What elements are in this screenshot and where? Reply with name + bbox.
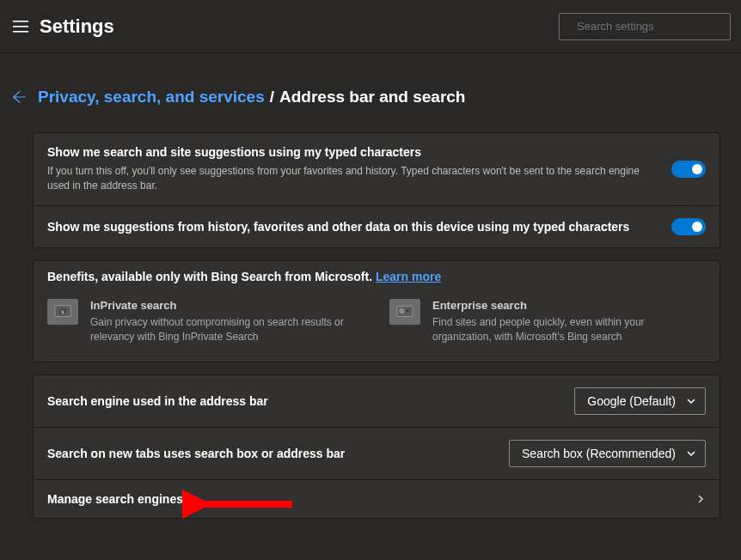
svg-rect-2: [13, 31, 28, 33]
feature-description: Find sites and people quickly, even with…: [432, 315, 706, 345]
feature-enterprise: Enterprise search Find sites and people …: [389, 299, 706, 345]
new-tabs-select[interactable]: Search box (Recommended): [509, 440, 706, 467]
setting-label: Manage search engines: [47, 492, 682, 506]
content: Privacy, search, and services / Address …: [0, 53, 741, 545]
chevron-right-icon: [695, 494, 706, 504]
svg-point-10: [406, 309, 409, 313]
breadcrumb-current: Address bar and search: [279, 88, 465, 107]
search-engine-group: Search engine used in the address bar Go…: [33, 374, 720, 519]
benefits-title: Benefits, available only with Bing Searc…: [47, 270, 706, 299]
setting-row-history-suggestions: Show me suggestions from history, favori…: [34, 205, 720, 247]
breadcrumb-separator: /: [265, 88, 279, 107]
svg-rect-7: [61, 310, 64, 314]
feature-label: Enterprise search: [432, 299, 706, 312]
learn-more-link[interactable]: Learn more: [376, 270, 441, 283]
toggle-typed-suggestions[interactable]: [671, 161, 706, 178]
back-arrow-icon[interactable]: [10, 89, 26, 105]
svg-rect-1: [13, 26, 28, 27]
setting-label: Show me suggestions from history, favori…: [47, 220, 658, 234]
toggle-history-suggestions[interactable]: [671, 218, 706, 235]
search-engine-select[interactable]: Google (Default): [574, 387, 706, 415]
feature-label: InPrivate search: [90, 299, 364, 312]
page-title: Settings: [40, 15, 559, 38]
feature-description: Gain privacy without compromising on sea…: [90, 315, 364, 345]
svg-point-9: [399, 308, 404, 313]
benefits-title-text: Benefits, available only with Bing Searc…: [47, 270, 376, 283]
benefits-card: Benefits, available only with Bing Searc…: [33, 260, 720, 363]
breadcrumb-parent-link[interactable]: Privacy, search, and services: [38, 88, 265, 107]
feature-inprivate: InPrivate search Gain privacy without co…: [47, 299, 364, 345]
setting-row-typed-suggestions: Show me search and site suggestions usin…: [34, 133, 720, 205]
setting-label: Search on new tabs uses search box or ad…: [47, 447, 495, 460]
setting-label: Show me search and site suggestions usin…: [47, 145, 658, 159]
svg-rect-0: [13, 21, 28, 22]
search-settings-box[interactable]: [559, 13, 731, 40]
setting-description: If you turn this off, you'll only see su…: [47, 164, 658, 193]
menu-button[interactable]: [10, 16, 31, 37]
breadcrumb: Privacy, search, and services / Address …: [10, 88, 720, 107]
chevron-down-icon: [686, 448, 696, 459]
search-input[interactable]: [577, 20, 721, 33]
inprivate-icon: [47, 299, 78, 325]
setting-row-new-tabs: Search on new tabs uses search box or ad…: [34, 427, 720, 479]
setting-row-search-engine: Search engine used in the address bar Go…: [34, 375, 720, 427]
select-value: Search box (Recommended): [522, 447, 676, 460]
chevron-down-icon: [686, 396, 696, 406]
enterprise-icon: [389, 299, 420, 325]
header: Settings: [0, 0, 741, 53]
setting-row-manage-search-engines[interactable]: Manage search engines: [34, 479, 720, 518]
select-value: Google (Default): [587, 394, 676, 408]
setting-label: Search engine used in the address bar: [47, 394, 560, 408]
suggestions-group: Show me search and site suggestions usin…: [33, 132, 720, 248]
